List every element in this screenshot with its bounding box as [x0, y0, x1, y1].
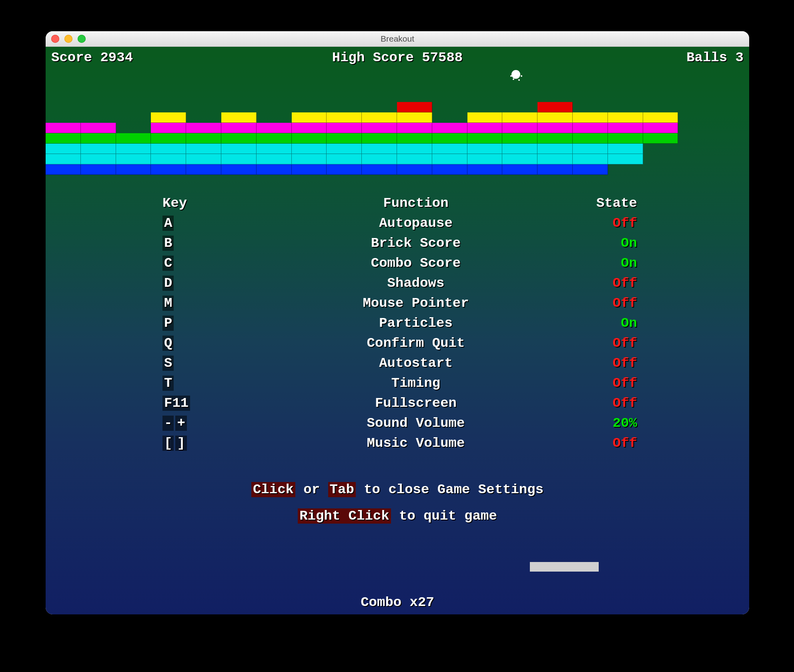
brick: [221, 164, 257, 175]
brick: [327, 133, 362, 144]
key-cap[interactable]: M: [162, 296, 174, 311]
settings-key: B: [162, 236, 251, 251]
brick: [573, 102, 608, 112]
brick: [643, 123, 678, 133]
key-cap[interactable]: F11: [162, 396, 190, 411]
brick: [362, 112, 397, 123]
zoom-icon[interactable]: [78, 35, 86, 43]
brick: [327, 102, 362, 112]
brick: [81, 123, 116, 133]
brick: [573, 164, 608, 175]
brick: [397, 133, 432, 144]
brick: [432, 144, 467, 154]
titlebar[interactable]: Breakout: [46, 31, 749, 47]
key-cap[interactable]: A: [162, 216, 174, 231]
settings-key: D: [162, 276, 251, 291]
brick: [362, 133, 397, 144]
brick: [292, 112, 327, 123]
key-cap[interactable]: [: [162, 436, 174, 451]
brick: [81, 112, 116, 123]
key-cap[interactable]: S: [162, 356, 174, 371]
settings-state: Off: [581, 396, 637, 411]
brick: [81, 102, 116, 112]
brick: [573, 123, 608, 133]
brick: [432, 133, 467, 144]
brick: [502, 102, 537, 112]
paddle[interactable]: [530, 562, 599, 572]
brick: [151, 144, 186, 154]
brick: [292, 102, 327, 112]
brick: [151, 123, 186, 133]
key-cap[interactable]: -: [162, 416, 174, 431]
brick: [537, 112, 573, 123]
settings-row: SAutostartOff: [46, 353, 749, 373]
header-state: State: [581, 196, 637, 211]
brick: [257, 112, 292, 123]
hint-key[interactable]: Right Click: [298, 508, 391, 524]
hint-key[interactable]: Tab: [328, 482, 356, 497]
settings-row: BBrick ScoreOn: [46, 233, 749, 253]
brick: [397, 112, 432, 123]
settings-key: -+: [162, 416, 251, 431]
brick: [116, 133, 151, 144]
hint-text: to close Game Settings: [356, 482, 543, 497]
key-cap[interactable]: B: [162, 236, 174, 251]
brick: [81, 154, 116, 164]
key-cap[interactable]: Q: [162, 336, 174, 351]
brick: [643, 102, 678, 112]
brick: [432, 164, 467, 175]
hint-text: or: [295, 482, 328, 497]
key-cap[interactable]: +: [175, 416, 186, 431]
brick: [221, 102, 257, 112]
key-cap[interactable]: P: [162, 316, 174, 331]
brick: [116, 154, 151, 164]
brick: [397, 164, 432, 175]
brick: [397, 102, 432, 112]
key-cap[interactable]: ]: [175, 436, 186, 451]
settings-state: Off: [581, 376, 637, 391]
brick: [397, 154, 432, 164]
brick: [257, 102, 292, 112]
brick: [257, 164, 292, 175]
brick: [151, 112, 186, 123]
minimize-icon[interactable]: [64, 35, 72, 43]
settings-function: Timing: [251, 376, 581, 391]
key-cap[interactable]: D: [162, 276, 174, 291]
brick: [327, 112, 362, 123]
brick: [608, 133, 643, 144]
brick: [643, 144, 678, 154]
brick: [186, 123, 221, 133]
key-cap[interactable]: T: [162, 376, 174, 391]
brick: [573, 154, 608, 164]
settings-function: Music Volume: [251, 436, 581, 451]
brick: [186, 154, 221, 164]
brick-field: [46, 102, 679, 188]
brick: [186, 112, 221, 123]
settings-row: DShadowsOff: [46, 273, 749, 293]
settings-function: Autostart: [251, 356, 581, 371]
settings-function: Fullscreen: [251, 396, 581, 411]
settings-function: Shadows: [251, 276, 581, 291]
settings-key: Q: [162, 336, 251, 351]
brick: [537, 164, 573, 175]
brick: [46, 144, 81, 154]
brick: [257, 144, 292, 154]
settings-key: P: [162, 316, 251, 331]
hint-key[interactable]: Click: [251, 482, 295, 497]
brick: [467, 133, 503, 144]
game-viewport[interactable]: Score 2934 High Score 57588 Balls 3 Key …: [46, 47, 749, 614]
brick: [362, 144, 397, 154]
combo-label: Combo x27: [46, 595, 749, 610]
hints: Click or Tab to close Game Settings Righ…: [46, 471, 749, 535]
brick: [81, 144, 116, 154]
app-window: Breakout Score 2934 High Score 57588 Bal…: [46, 31, 749, 614]
brick: [537, 102, 573, 112]
settings-function: Confirm Quit: [251, 336, 581, 351]
key-cap[interactable]: C: [162, 256, 174, 271]
brick: [467, 123, 503, 133]
brick: [116, 144, 151, 154]
brick: [257, 133, 292, 144]
close-icon[interactable]: [51, 35, 59, 43]
brick: [292, 133, 327, 144]
brick: [257, 123, 292, 133]
